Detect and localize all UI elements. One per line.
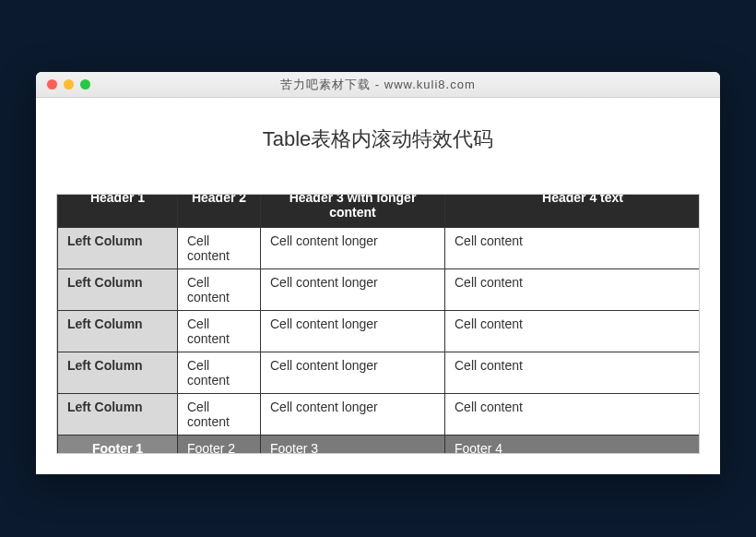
row-header-cell: Left Column	[58, 311, 178, 352]
table-cell: Cell content	[445, 269, 701, 311]
traffic-lights	[36, 79, 90, 90]
table-cell: Cell content	[445, 394, 701, 436]
row-header-cell: Left Column	[58, 352, 178, 394]
page-title: Table表格内滚动特效代码	[56, 125, 700, 153]
table-header-row: Header 1 Header 2 Header 3 with longer c…	[58, 194, 701, 228]
footer-cell: Footer 2	[178, 436, 261, 455]
table-cell: Cell content longer	[261, 269, 445, 311]
table-row: Left Column Cell content Cell content lo…	[58, 228, 701, 269]
table-cell: Cell content longer	[261, 394, 445, 436]
footer-cell: Footer 1	[58, 436, 178, 455]
table-row: Left Column Cell content Cell content lo…	[58, 352, 701, 394]
table-cell: Cell content	[178, 352, 261, 394]
table-row: Left Column Cell content Cell content lo…	[58, 394, 701, 436]
table-cell: Cell content	[445, 352, 701, 394]
browser-window: 苦力吧素材下载 - www.kuli8.com Table表格内滚动特效代码 H…	[36, 72, 720, 474]
window-title: 苦力吧素材下载 - www.kuli8.com	[36, 77, 720, 93]
table-row: Left Column Cell content Cell content lo…	[58, 311, 701, 352]
table-cell: Cell content	[178, 311, 261, 352]
table-footer-row: Footer 1 Footer 2 Footer 3 Footer 4	[58, 436, 701, 455]
data-table: Header 1 Header 2 Header 3 with longer c…	[57, 194, 700, 454]
table-cell: Cell content	[178, 228, 261, 269]
row-header-cell: Left Column	[58, 269, 178, 311]
close-icon[interactable]	[47, 79, 57, 90]
row-header-cell: Left Column	[58, 394, 178, 436]
row-header-cell: Left Column	[58, 228, 178, 269]
header-cell: Header 2	[178, 194, 261, 228]
header-cell: Header 4 text	[445, 194, 701, 228]
table-cell: Cell content longer	[261, 228, 445, 269]
table-scroll-container[interactable]: Header 1 Header 2 Header 3 with longer c…	[56, 194, 700, 454]
page-content: Table表格内滚动特效代码 Header 1 Header 2 Header …	[36, 98, 720, 474]
table-cell: Cell content longer	[261, 311, 445, 352]
table-cell: Cell content	[445, 228, 701, 269]
footer-cell: Footer 4	[445, 436, 701, 455]
footer-cell: Footer 3	[261, 436, 445, 455]
header-cell: Header 3 with longer content	[261, 194, 445, 228]
header-cell: Header 1	[58, 194, 178, 228]
table-cell: Cell content	[178, 269, 261, 311]
table-row: Left Column Cell content Cell content lo…	[58, 269, 701, 311]
window-titlebar: 苦力吧素材下载 - www.kuli8.com	[36, 72, 720, 98]
table-cell: Cell content longer	[261, 352, 445, 394]
minimize-icon[interactable]	[64, 79, 74, 90]
table-cell: Cell content	[178, 394, 261, 436]
table-cell: Cell content	[445, 311, 701, 352]
maximize-icon[interactable]	[80, 79, 90, 90]
